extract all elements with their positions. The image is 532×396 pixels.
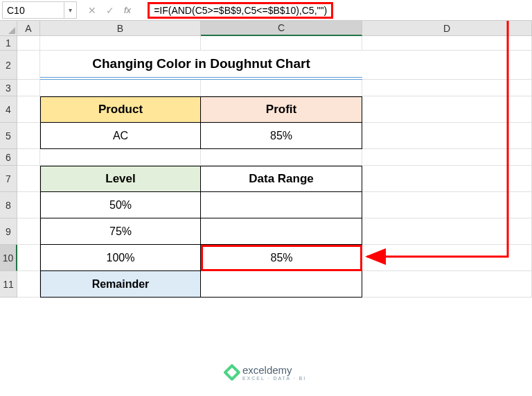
fx-icon[interactable]: fx bbox=[124, 5, 131, 15]
cell-remainder-label[interactable]: Remainder bbox=[40, 271, 201, 298]
spreadsheet: A B C D 1 2 3 4 5 6 7 8 9 10 11 Changing… bbox=[0, 21, 532, 36]
cell-A1[interactable] bbox=[17, 36, 40, 51]
cell-level-100[interactable]: 100% bbox=[40, 245, 201, 271]
header-product[interactable]: Product bbox=[40, 96, 201, 123]
formula-text: =IF(AND(C5>=$B$9,C5<=$B$10),C5,"") bbox=[148, 2, 333, 19]
cell-A4[interactable] bbox=[17, 96, 40, 123]
column-headers: A B C D bbox=[17, 21, 532, 36]
row-header-9[interactable]: 9 bbox=[0, 218, 17, 245]
cell-C6[interactable] bbox=[201, 149, 362, 166]
row-header-8[interactable]: 8 bbox=[0, 192, 17, 218]
watermark-logo-icon bbox=[223, 363, 240, 381]
cell-D2[interactable] bbox=[362, 51, 532, 80]
header-data-range[interactable]: Data Range bbox=[201, 166, 362, 192]
cell-A2[interactable] bbox=[17, 51, 40, 80]
select-all-corner[interactable] bbox=[0, 21, 17, 36]
name-box-dropdown[interactable]: ▾ bbox=[64, 1, 77, 19]
cell-D11[interactable] bbox=[362, 271, 532, 298]
row-header-11[interactable]: 11 bbox=[0, 271, 17, 298]
cell-product-value[interactable]: AC bbox=[40, 123, 201, 149]
cell-C3[interactable] bbox=[201, 80, 362, 96]
cell-A9[interactable] bbox=[17, 218, 40, 245]
row-header-3[interactable]: 3 bbox=[0, 80, 17, 96]
cell-D9[interactable] bbox=[362, 218, 532, 245]
grid: Changing Color in Doughnut Chart Product… bbox=[17, 36, 532, 298]
cell-D4[interactable] bbox=[362, 96, 532, 123]
cell-A10[interactable] bbox=[17, 245, 40, 271]
cell-profit-value[interactable]: 85% bbox=[201, 123, 362, 149]
header-profit[interactable]: Profit bbox=[201, 96, 362, 123]
row-header-6[interactable]: 6 bbox=[0, 149, 17, 166]
watermark-name: exceldemy bbox=[242, 364, 292, 376]
confirm-icon[interactable]: ✓ bbox=[106, 5, 114, 16]
cell-level-50[interactable]: 50% bbox=[40, 192, 201, 218]
formula-bar-buttons: ✕ ✓ fx bbox=[77, 5, 142, 16]
row-header-10[interactable]: 10 bbox=[0, 245, 17, 271]
cell-B3[interactable] bbox=[40, 80, 201, 96]
cell-D5[interactable] bbox=[362, 123, 532, 149]
cell-D8[interactable] bbox=[362, 192, 532, 218]
watermark: exceldemy EXCEL · DATA · BI bbox=[226, 364, 306, 381]
col-header-B[interactable]: B bbox=[40, 21, 201, 36]
title-cell[interactable]: Changing Color in Doughnut Chart bbox=[40, 51, 362, 80]
row-header-4[interactable]: 4 bbox=[0, 96, 17, 123]
col-header-C[interactable]: C bbox=[201, 21, 362, 36]
cell-D7[interactable] bbox=[362, 166, 532, 192]
row-header-7[interactable]: 7 bbox=[0, 166, 17, 192]
cell-B1[interactable] bbox=[40, 36, 201, 51]
cell-C10-selected[interactable]: 85% bbox=[201, 245, 362, 271]
watermark-sub: EXCEL · DATA · BI bbox=[242, 376, 306, 381]
cell-D3[interactable] bbox=[362, 80, 532, 96]
cell-A6[interactable] bbox=[17, 149, 40, 166]
cell-A11[interactable] bbox=[17, 271, 40, 298]
col-header-A[interactable]: A bbox=[17, 21, 40, 36]
formula-bar: C10 ▾ ✕ ✓ fx =IF(AND(C5>=$B$9,C5<=$B$10)… bbox=[0, 0, 532, 21]
cell-A5[interactable] bbox=[17, 123, 40, 149]
row-header-5[interactable]: 5 bbox=[0, 123, 17, 149]
cell-A8[interactable] bbox=[17, 192, 40, 218]
cell-level-75[interactable]: 75% bbox=[40, 218, 201, 245]
row-header-1[interactable]: 1 bbox=[0, 36, 17, 51]
cancel-icon[interactable]: ✕ bbox=[88, 5, 96, 16]
row-headers: 1 2 3 4 5 6 7 8 9 10 11 bbox=[0, 36, 17, 298]
col-header-D[interactable]: D bbox=[362, 21, 532, 36]
formula-input[interactable]: =IF(AND(C5>=$B$9,C5<=$B$10),C5,"") bbox=[142, 1, 532, 19]
name-box[interactable]: C10 bbox=[2, 1, 64, 19]
cell-A7[interactable] bbox=[17, 166, 40, 192]
cell-B6[interactable] bbox=[40, 149, 201, 166]
row-header-2[interactable]: 2 bbox=[0, 51, 17, 80]
cell-range-75[interactable] bbox=[201, 218, 362, 245]
cell-D10[interactable] bbox=[362, 245, 532, 271]
cell-C1[interactable] bbox=[201, 36, 362, 51]
cell-D6[interactable] bbox=[362, 149, 532, 166]
cell-D1[interactable] bbox=[362, 36, 532, 51]
header-level[interactable]: Level bbox=[40, 166, 201, 192]
cell-range-50[interactable] bbox=[201, 192, 362, 218]
cell-A3[interactable] bbox=[17, 80, 40, 96]
cell-remainder-range[interactable] bbox=[201, 271, 362, 298]
